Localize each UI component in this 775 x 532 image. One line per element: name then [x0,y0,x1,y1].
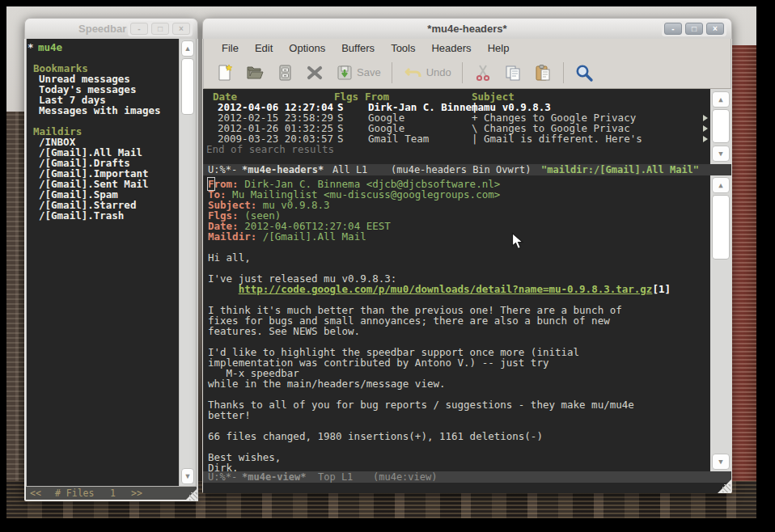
main-window-buttons: - □ × [662,21,726,36]
mu4e-view-pane[interactable]: From: Dirk-Jan C. Binnema <djcb@djcbsoft… [203,175,710,471]
paste-icon [533,63,553,82]
save-icon [335,63,354,82]
close-buffer-button[interactable] [305,63,324,82]
toolbar-separator [563,62,564,83]
window-title: *mu4e-headers* [203,23,731,35]
close-button[interactable]: × [706,23,724,35]
speedbar-buffer: *mu4e BookmarksUnread messagesToday's me… [27,39,179,486]
cell-flags: S [337,133,344,144]
copy-button[interactable] [503,63,523,82]
menu-help[interactable]: Help [480,40,518,56]
body-line: while in the main/headers/message view. [208,378,710,389]
scroll-up-icon[interactable]: ▲ [712,177,730,193]
truncation-arrow-icon [703,115,708,121]
menu-buffers[interactable]: Buffers [333,40,383,56]
speedbar-scrollbar[interactable]: ▲ ▼ [179,39,196,486]
menu-file[interactable]: File [214,40,247,56]
open-folder-button[interactable] [245,63,265,82]
truncation-arrow-icon [703,136,708,142]
body-text: better! [208,409,251,421]
mu4e-headers-pane[interactable]: DateFlgsFromSubject2012-04-06 12:27:04SD… [203,89,710,164]
speedbar-titlebar[interactable]: Speedbar 1.0 - □ × [24,18,198,39]
cut-button[interactable] [473,63,493,82]
main-titlebar[interactable]: *mu4e-headers* - □ × [202,18,732,39]
menu-bar: FileEditOptionsBuffersToolsHeadersHelp [203,39,731,57]
body-line: Hi all, [208,252,710,263]
scroll-down-icon[interactable]: ▼ [712,454,730,470]
menu-edit[interactable]: Edit [247,40,281,56]
body-line [208,441,710,452]
view-scrollbar[interactable]: ▲ ▼ [710,175,731,471]
main-grip-dots [722,484,731,492]
body-text: Thanks to all of you for bug reports / s… [208,399,634,411]
minimize-button[interactable]: - [664,23,682,35]
scroll-up-icon[interactable]: ▲ [181,40,194,57]
body-line: Dirk. [208,462,710,471]
body-line: features. See NEWS below. [208,326,710,336]
cut-icon [473,63,493,82]
echo-area[interactable] [203,483,731,493]
speedbar-item[interactable]: /[Gmail].Trash [27,210,179,221]
mu4e-headers-window: *mu4e-headers* - □ × FileEditOptionsBuff… [202,18,732,493]
modeline-query: "maildir:/[Gmail].All Mail" [541,164,699,175]
modeline-status: U:%*- [208,471,237,483]
body-line: 66 files changed, 1980 insertions(+), 11… [208,431,710,441]
scroll-down-icon[interactable]: ▼ [712,146,730,162]
body-text: Hi all, [208,251,251,264]
field-label: Maildir: [208,230,256,243]
toolbar: Save Undo [203,57,731,89]
toolbar-separator [462,62,463,83]
truncation-arrow-icon [703,125,708,132]
speedbar-grip-dots [189,492,197,500]
modeline-buffer-name: *mu4e-headers* [242,164,324,175]
minimize-button[interactable]: - [130,23,148,35]
body-text: while in the main/headers/message view. [208,378,446,390]
emacs-frame: DateFlgsFromSubject2012-04-06 12:27:04SD… [203,89,731,493]
maximize-button[interactable]: □ [685,23,703,35]
save-button[interactable]: Save [335,63,381,82]
close-x-icon [305,63,324,82]
modeline-status: U:%*- [208,164,237,175]
menu-headers[interactable]: Headers [423,40,479,56]
speedbar-prev-button[interactable]: << [30,487,41,500]
open-folder-icon [245,63,265,82]
speedbar-item[interactable]: Messages with images [27,105,179,116]
speedbar-window-buttons: - □ × [128,21,193,36]
mouse-cursor [511,232,525,251]
menu-tools[interactable]: Tools [383,40,423,56]
body-link[interactable]: http://code.google.com/p/mu0/downloads/d… [239,283,653,295]
modeline-position: All L1 [332,164,367,175]
modeline-position: Top L1 [318,471,353,483]
new-file-button[interactable] [215,63,235,82]
scrollbar-thumb[interactable] [712,195,730,260]
speedbar-mode-label[interactable]: # Files [55,487,94,500]
cell-subject: | Gmail is different. Here's [472,133,642,144]
save-label: Save [357,66,381,78]
menu-options[interactable]: Options [281,40,333,56]
scroll-up-icon[interactable]: ▲ [712,91,730,108]
copy-icon [503,63,523,82]
paste-button[interactable] [533,63,553,82]
scroll-down-icon[interactable]: ▼ [181,468,194,484]
field-value: /[Gmail].All Mail [256,230,366,243]
speedbar-root[interactable]: *mu4e [27,42,179,53]
undo-icon [403,63,424,82]
speedbar-count: 1 [110,487,116,500]
maximize-button[interactable]: □ [151,23,169,35]
close-button[interactable]: × [172,23,190,35]
search-icon [574,63,594,82]
undo-label: Undo [426,66,451,78]
headers-modeline: U:%*- *mu4e-headers* All L1 (mu4e-header… [203,164,731,175]
link-footnote: [1] [652,283,671,295]
expander-icon[interactable]: * [28,42,34,53]
scrollbar-thumb[interactable] [712,109,730,143]
headers-scrollbar[interactable]: ▲ ▼ [710,89,731,164]
search-button[interactable] [574,63,594,82]
body-text: 66 files changed, 1980 insertions(+), 11… [208,430,543,442]
file-cabinet-button[interactable] [275,63,294,82]
speedbar-statusbar: << # Files 1 >> [26,487,197,500]
scrollbar-thumb[interactable] [181,58,194,115]
body-line: better! [208,410,710,420]
speedbar-next-button[interactable]: >> [131,487,142,500]
undo-button[interactable]: Undo [403,63,451,82]
